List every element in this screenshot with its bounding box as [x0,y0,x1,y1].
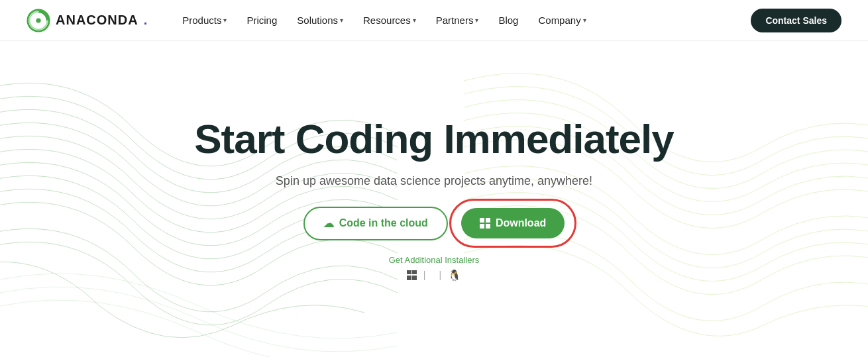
code-in-cloud-button[interactable]: ☁ Code in the cloud [303,207,448,240]
nav-item-pricing[interactable]: Pricing [239,9,285,31]
navbar: ANACONDA. Products ▾ Pricing Solutions ▾… [0,0,868,41]
windows-icon [480,218,490,229]
logo-dot: . [144,13,148,28]
separator-1: | [423,270,426,280]
chevron-down-icon: ▾ [223,17,227,24]
chevron-down-icon: ▾ [340,17,343,24]
anaconda-logo-icon [27,9,50,32]
nav-item-solutions[interactable]: Solutions ▾ [289,9,351,31]
hero-buttons: ☁ Code in the cloud Download [303,207,565,240]
windows-installer-icon[interactable] [407,270,417,280]
nav-item-company[interactable]: Company ▾ [530,9,594,31]
logo[interactable]: ANACONDA. [27,9,148,32]
cloud-icon: ☁ [323,217,334,230]
nav-item-partners[interactable]: Partners ▾ [428,9,487,31]
installers-area: Get Additional Installers | | 🐧 [389,255,480,281]
hero-title: Start Coding Immediately [194,117,674,162]
nav-links: Products ▾ Pricing Solutions ▾ Resources… [174,9,751,31]
hero-content: Start Coding Immediately Spin up awesome… [194,117,674,281]
contact-sales-button[interactable]: Contact Sales [751,9,841,32]
logo-text: ANACONDA [56,13,138,28]
download-button-wrapper: Download [461,208,565,238]
installers-label[interactable]: Get Additional Installers [389,255,480,265]
svg-point-1 [36,18,40,23]
nav-item-blog[interactable]: Blog [490,9,526,31]
linux-installer-icon[interactable]: 🐧 [448,269,461,281]
download-button[interactable]: Download [461,208,565,238]
hero-section: Start Coding Immediately Spin up awesome… [0,41,868,357]
separator-2: | [439,270,441,280]
chevron-down-icon: ▾ [583,17,586,24]
chevron-down-icon: ▾ [413,17,416,24]
chevron-down-icon: ▾ [475,17,478,24]
installer-icons: | | 🐧 [407,269,461,281]
nav-item-resources[interactable]: Resources ▾ [355,9,424,31]
hero-subtitle: Spin up awesome data science projects an… [276,174,592,188]
nav-item-products[interactable]: Products ▾ [174,9,235,31]
